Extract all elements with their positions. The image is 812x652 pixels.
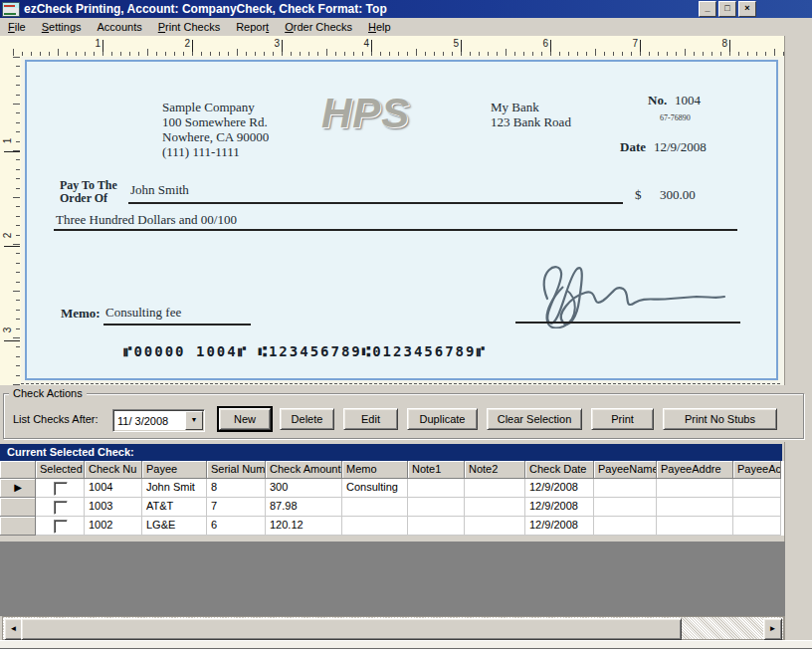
memo-label: Memo: bbox=[61, 306, 101, 322]
selected-cell[interactable] bbox=[36, 479, 85, 498]
dollar-sign: $ bbox=[635, 187, 642, 203]
edit-button[interactable]: Edit bbox=[343, 408, 398, 430]
cell-serial-num[interactable]: 6 bbox=[207, 517, 266, 536]
cell-memo[interactable]: Consulting bbox=[342, 479, 408, 498]
table-row[interactable]: 1003AT&T787.9812/9/2008 bbox=[0, 498, 784, 517]
cell-payee[interactable]: LG&E bbox=[142, 517, 207, 536]
menu-item-settings[interactable]: Settings bbox=[34, 19, 90, 35]
hruler-number: 4 bbox=[357, 38, 369, 49]
cell-check-date[interactable]: 12/9/2008 bbox=[525, 517, 594, 536]
cell-note1[interactable] bbox=[408, 517, 465, 536]
cell-check-nu[interactable]: 1002 bbox=[85, 517, 142, 536]
hruler-number: 2 bbox=[178, 38, 190, 49]
delete-button[interactable]: Delete bbox=[280, 408, 334, 430]
menu-item-report[interactable]: Report bbox=[228, 19, 277, 35]
check-number: 1004 bbox=[675, 93, 701, 109]
cell-payeename[interactable] bbox=[594, 479, 657, 498]
clear-selection-button[interactable]: Clear Selection bbox=[487, 408, 582, 430]
scrollbar-thumb[interactable] bbox=[21, 618, 682, 640]
row-checkbox[interactable] bbox=[54, 501, 68, 515]
chevron-down-icon[interactable]: ▼ bbox=[185, 411, 203, 430]
cell-note2[interactable] bbox=[465, 517, 525, 536]
cell-payeeac[interactable] bbox=[733, 479, 781, 498]
window-title: ezCheck Printing, Account: CompanyCheck,… bbox=[24, 2, 387, 16]
column-header-note1[interactable]: Note1 bbox=[408, 461, 465, 479]
signature-line bbox=[515, 322, 740, 324]
column-header-check-date[interactable]: Check Date bbox=[525, 461, 594, 479]
print-no-stubs-button[interactable]: Print No Stubs bbox=[663, 408, 777, 430]
cell-payeeac[interactable] bbox=[733, 517, 781, 536]
column-header-note2[interactable]: Note2 bbox=[465, 461, 525, 479]
grid-corner-cell bbox=[0, 461, 36, 479]
duplicate-button[interactable]: Duplicate bbox=[407, 408, 478, 430]
hruler-number: 7 bbox=[626, 38, 638, 49]
minimize-button[interactable]: _ bbox=[699, 1, 716, 17]
cell-payeeaddre[interactable] bbox=[657, 517, 733, 536]
cell-check-amount[interactable]: 87.98 bbox=[266, 498, 342, 517]
date-filter-combobox[interactable]: 11/ 3/2008 ▼ bbox=[112, 409, 205, 432]
vertical-ruler: 123 bbox=[0, 57, 22, 385]
menu-item-print-checks[interactable]: Print Checks bbox=[150, 19, 228, 35]
menu-item-accounts[interactable]: Accounts bbox=[90, 19, 150, 35]
selected-cell[interactable] bbox=[36, 517, 85, 536]
page-boundary-dash bbox=[21, 383, 780, 384]
column-header-payee[interactable]: Payee bbox=[142, 461, 207, 479]
column-header-payeename[interactable]: PayeeName bbox=[594, 461, 657, 479]
cell-note1[interactable] bbox=[408, 479, 465, 498]
cell-check-nu[interactable]: 1003 bbox=[85, 498, 142, 517]
cell-note2[interactable] bbox=[465, 498, 525, 517]
cell-payee[interactable]: John Smit bbox=[142, 479, 207, 498]
menu-item-help[interactable]: Help bbox=[360, 19, 399, 35]
cell-payeeaddre[interactable] bbox=[657, 479, 733, 498]
vruler-number: 2 bbox=[2, 230, 13, 242]
hruler-major-tick bbox=[640, 40, 641, 56]
hruler-number: 3 bbox=[268, 38, 280, 49]
selected-cell[interactable] bbox=[36, 498, 85, 517]
row-selector[interactable] bbox=[0, 498, 36, 517]
table-row[interactable]: 1002LG&E6120.1212/9/2008 bbox=[0, 517, 784, 536]
cell-payee[interactable]: AT&T bbox=[142, 498, 207, 517]
column-header-memo[interactable]: Memo bbox=[342, 461, 408, 479]
cell-serial-num[interactable]: 7 bbox=[207, 498, 266, 517]
bank-fraction: 67-76890 bbox=[660, 113, 691, 122]
cell-payeeac[interactable] bbox=[733, 498, 781, 517]
print-button[interactable]: Print bbox=[591, 408, 654, 430]
vruler-major-tick bbox=[4, 151, 20, 152]
cell-check-date[interactable]: 12/9/2008 bbox=[525, 479, 594, 498]
row-checkbox[interactable] bbox=[54, 520, 68, 534]
cell-note1[interactable] bbox=[408, 498, 465, 517]
new-button[interactable]: New bbox=[219, 408, 271, 430]
cell-serial-num[interactable]: 8 bbox=[207, 479, 266, 498]
company-address-block: Sample Company 100 Somewhere Rd. Nowhere… bbox=[162, 100, 269, 159]
cell-check-date[interactable]: 12/9/2008 bbox=[525, 498, 594, 517]
table-row[interactable]: ▶1004John Smit8300Consulting12/9/2008 bbox=[0, 479, 784, 498]
horizontal-ruler: 12345678 bbox=[0, 36, 784, 58]
cell-note2[interactable] bbox=[465, 479, 525, 498]
column-header-serial-num[interactable]: Serial Num bbox=[207, 461, 266, 479]
column-header-payeeac[interactable]: PayeeAc bbox=[733, 461, 781, 479]
scroll-right-icon[interactable]: ► bbox=[763, 618, 782, 640]
close-button[interactable]: × bbox=[738, 1, 756, 17]
cell-check-amount[interactable]: 120.12 bbox=[266, 517, 342, 536]
cell-check-amount[interactable]: 300 bbox=[266, 479, 342, 498]
column-header-check-amount[interactable]: Check Amount bbox=[266, 461, 342, 479]
cell-memo[interactable] bbox=[342, 498, 408, 517]
row-checkbox[interactable] bbox=[54, 482, 68, 496]
cell-payeeaddre[interactable] bbox=[657, 498, 733, 517]
menu-item-file[interactable]: File bbox=[0, 19, 34, 35]
check-preview: Sample Company 100 Somewhere Rd. Nowhere… bbox=[25, 60, 778, 380]
restore-button[interactable]: □ bbox=[718, 1, 736, 17]
column-header-check-nu[interactable]: Check Nu bbox=[85, 461, 142, 479]
row-selector[interactable] bbox=[0, 517, 36, 536]
menu-item-order-checks[interactable]: Order Checks bbox=[277, 19, 360, 35]
cell-memo[interactable] bbox=[342, 517, 408, 536]
hruler-major-tick bbox=[282, 40, 283, 56]
company-name: Sample Company bbox=[162, 100, 269, 114]
cell-payeename[interactable] bbox=[594, 498, 657, 517]
cell-check-nu[interactable]: 1004 bbox=[85, 479, 142, 498]
row-selector[interactable]: ▶ bbox=[0, 479, 36, 498]
column-header-payeeaddre[interactable]: PayeeAddre bbox=[657, 461, 733, 479]
column-header-selected[interactable]: Selected bbox=[36, 461, 85, 479]
cell-payeename[interactable] bbox=[594, 517, 657, 536]
horizontal-scrollbar[interactable]: ◄ ► bbox=[2, 616, 784, 640]
